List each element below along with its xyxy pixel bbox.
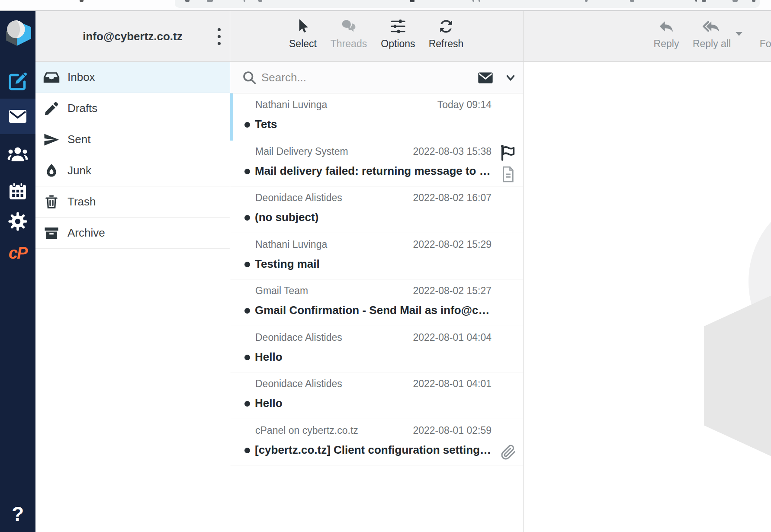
browser-icon-fragment	[702, 0, 706, 2]
cpanel-icon: cP	[9, 244, 27, 263]
sidebar-item-cpanel[interactable]: cP	[0, 243, 35, 263]
reply-all-menu-caret-icon[interactable]	[734, 29, 744, 38]
message-row[interactable]: Deonidace Alistides 2022-08-01 04:01 Hel…	[230, 372, 523, 419]
account-header: info@cybertz.co.tz	[35, 11, 230, 62]
message-subject: (no subject)	[255, 211, 495, 224]
pencil-icon	[43, 100, 60, 117]
folder-item-drafts[interactable]: Drafts	[35, 93, 230, 124]
message-row[interactable]: cPanel on cybertz.co.tz 2022-08-01 02:59…	[230, 419, 523, 466]
folder-label: Drafts	[67, 102, 97, 115]
calendar-icon	[7, 181, 28, 202]
message-subject: Hello	[255, 350, 495, 364]
folder-item-sent[interactable]: Sent	[35, 124, 230, 155]
report-document-icon	[501, 166, 515, 183]
unread-dot-icon	[244, 401, 250, 407]
compose-icon	[7, 71, 29, 92]
unread-dot-icon	[244, 448, 250, 453]
paperclip-icon	[501, 444, 516, 461]
reply-all-button[interactable]: Reply all	[684, 11, 739, 62]
inbox-icon	[43, 69, 60, 86]
flag-icon[interactable]	[498, 144, 517, 162]
unread-dot-icon	[244, 355, 250, 360]
trash-icon	[43, 194, 60, 210]
message-sender: Deonidace Alistides	[255, 332, 342, 343]
watermark-logo-cube	[704, 281, 771, 471]
reading-panel: Reply Reply all Forward	[524, 11, 771, 532]
browser-icon-fragment	[472, 0, 474, 2]
reading-pane-body	[524, 62, 771, 532]
browser-icon-fragment	[630, 0, 634, 2]
message-subject: Testing mail	[255, 257, 495, 271]
message-list: Nathani Luvinga Today 09:14 Tets Mail De…	[230, 93, 523, 465]
browser-icon-fragment	[244, 0, 245, 2]
browser-icon-fragment	[585, 0, 588, 2]
folder-item-trash[interactable]: Trash	[35, 186, 230, 218]
unread-dot-icon	[244, 308, 250, 314]
message-subject: Hello	[255, 397, 495, 410]
unread-dot-icon	[244, 262, 250, 267]
roundcube-logo	[0, 18, 35, 48]
message-date: 2022-08-01 04:04	[413, 332, 492, 343]
message-sender: Nathani Luvinga	[255, 239, 327, 250]
reading-toolbar: Reply Reply all Forward	[524, 11, 771, 62]
folder-list: Inbox Drafts Sent Junk	[35, 62, 230, 249]
folder-label: Trash	[67, 195, 96, 208]
browser-address-bar-fragment	[175, 0, 760, 8]
message-sender: cPanel on cybertz.co.tz	[255, 425, 358, 436]
kebab-menu-icon[interactable]	[212, 23, 226, 49]
message-row[interactable]: Deonidace Alistides 2022-08-01 04:04 Hel…	[230, 326, 523, 373]
chevron-down-icon[interactable]	[504, 72, 517, 83]
paper-plane-icon	[43, 131, 60, 148]
folder-item-junk[interactable]: Junk	[35, 155, 230, 186]
message-date: 2022-08-03 15:38	[413, 146, 492, 157]
compose-button[interactable]	[0, 71, 35, 92]
folder-item-archive[interactable]: Archive	[35, 218, 230, 249]
unread-dot-icon	[244, 122, 250, 128]
select-button[interactable]: Select	[277, 11, 329, 62]
sidebar-item-calendar[interactable]	[0, 180, 35, 202]
sliders-icon	[389, 18, 407, 35]
unread-dot-icon	[244, 169, 250, 174]
message-row[interactable]: Nathani Luvinga 2022-08-02 15:29 Testing…	[230, 233, 523, 280]
message-subject: Mail delivery failed: returning message …	[255, 164, 495, 178]
threads-button[interactable]: Threads	[323, 11, 375, 62]
message-date: Today 09:14	[437, 99, 492, 111]
message-sender: Nathani Luvinga	[255, 99, 327, 111]
options-button[interactable]: Options	[372, 11, 424, 62]
unread-dot-icon	[244, 215, 250, 221]
folder-item-inbox[interactable]: Inbox	[35, 62, 230, 93]
browser-icon-fragment	[732, 0, 738, 2]
gear-icon	[7, 211, 28, 232]
message-sender: Mail Delivery System	[255, 146, 348, 157]
sidebar-item-contacts[interactable]	[0, 142, 35, 166]
search-input[interactable]	[261, 67, 460, 88]
search-icon	[241, 70, 257, 85]
message-sender: Gmail Team	[255, 285, 308, 297]
help-button[interactable]: ?	[0, 501, 35, 527]
forward-button[interactable]: Forward	[752, 11, 771, 62]
forward-icon	[769, 18, 771, 35]
folder-label: Junk	[67, 164, 91, 177]
reply-button[interactable]: Reply	[642, 11, 690, 62]
mail-icon	[7, 106, 28, 127]
message-date: 2022-08-02 16:07	[413, 192, 492, 204]
message-subject: Gmail Confirmation - Send Mail as info@c…	[255, 304, 495, 317]
sidebar-item-settings[interactable]	[0, 211, 35, 232]
browser-icon-fragment	[752, 0, 755, 2]
refresh-button[interactable]: Refresh	[420, 11, 472, 62]
envelope-icon[interactable]	[476, 69, 495, 87]
message-date: 2022-08-02 15:27	[413, 285, 492, 297]
browser-icon-fragment	[207, 0, 213, 2]
message-row[interactable]: Mail Delivery System 2022-08-03 15:38 Ma…	[230, 140, 523, 187]
message-subject: [cybertz.co.tz] Client configuration set…	[255, 443, 495, 457]
folder-label: Inbox	[67, 71, 95, 84]
refresh-icon	[437, 18, 455, 35]
message-row[interactable]: Deonidace Alistides 2022-08-02 16:07 (no…	[230, 186, 523, 233]
sidebar-item-mail[interactable]	[0, 99, 35, 134]
browser-icon-fragment	[695, 0, 697, 2]
message-sender: Deonidace Alistides	[255, 192, 342, 204]
message-row[interactable]: Gmail Team 2022-08-02 15:27 Gmail Confir…	[230, 279, 523, 326]
webmail-app: cP ? info@cybertz.co.tz Inbox Drafts	[0, 11, 771, 532]
message-date: 2022-08-01 04:01	[413, 378, 492, 390]
message-row[interactable]: Nathani Luvinga Today 09:14 Tets	[230, 93, 523, 140]
